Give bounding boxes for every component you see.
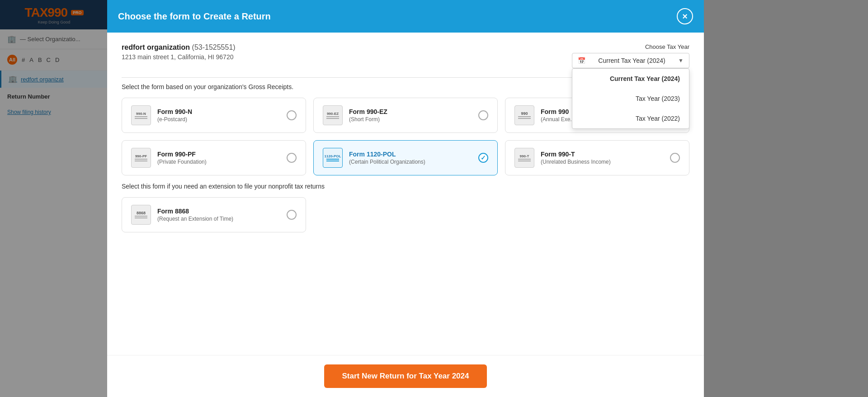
tax-year-section: Choose Tax Year 📅 Current Tax Year (2024… <box>572 43 689 68</box>
tax-year-dropdown-menu: Current Tax Year (2024) Tax Year (2023) … <box>572 68 689 129</box>
form-name-990t: Form 990-T <box>541 151 611 158</box>
form-info-990: Form 990 (Annual Exe... <box>541 108 575 123</box>
form-name-8868: Form 8868 <box>157 208 233 215</box>
form-icon-990n: 990-N <box>131 105 151 125</box>
calendar-icon: 📅 <box>578 57 585 64</box>
start-return-button[interactable]: Start New Return for Tax Year 2024 <box>324 364 487 388</box>
tax-year-option-2023[interactable]: Tax Year (2023) <box>572 89 689 109</box>
form-card-990n[interactable]: 990-N Form 990-N (e-Postcard) <box>122 98 306 133</box>
modal-body: redfort organization (53-1525551) 1213 m… <box>107 33 704 355</box>
form-info-990t: Form 990-T (Unrelated Business Income) <box>541 151 611 165</box>
form-radio-990ez[interactable] <box>478 110 488 120</box>
form-icon-8868: 8868 <box>131 205 151 225</box>
form-desc-1120pol: (Certain Political Organizations) <box>349 159 425 165</box>
form-icon-990: 990 <box>514 105 534 125</box>
form-name-990: Form 990 <box>541 108 575 115</box>
tax-year-dropdown[interactable]: 📅 Current Tax Year (2024) ▼ <box>572 53 689 68</box>
form-name-990n: Form 990-N <box>157 108 192 115</box>
form-card-left-990t: 990-T Form 990-T (Unrelated Business Inc… <box>514 148 611 168</box>
form-card-990pf[interactable]: 990-PF Form 990-PF (Private Foundation) <box>122 140 306 175</box>
form-info-990ez: Form 990-EZ (Short Form) <box>349 108 387 123</box>
form-radio-990t[interactable] <box>670 153 680 163</box>
form-desc-990pf: (Private Foundation) <box>157 159 207 165</box>
modal-close-button[interactable]: × <box>677 8 693 24</box>
form-card-left-8868: 8868 Form 8868 (Request an Extension of … <box>131 205 233 225</box>
form-icon-1120pol: 1120-POL <box>323 148 343 168</box>
form-name-1120pol: Form 1120-POL <box>349 151 425 158</box>
form-card-1120pol[interactable]: 1120-POL Form 1120-POL (Certain Politica… <box>313 140 498 175</box>
form-card-990ez[interactable]: 990-EZ Form 990-EZ (Short Form) <box>313 98 498 133</box>
modal-title: Choose the form to Create a Return <box>118 11 271 22</box>
org-address: 1213 main street 1, California, HI 96720 <box>122 53 236 61</box>
form-radio-990pf[interactable] <box>287 153 297 163</box>
form-desc-990t: (Unrelated Business Income) <box>541 159 611 165</box>
extension-section: Select this form if you need an extensio… <box>122 183 689 232</box>
form-card-left-990pf: 990-PF Form 990-PF (Private Foundation) <box>131 148 207 168</box>
form-radio-1120pol[interactable] <box>478 153 488 163</box>
form-icon-990pf: 990-PF <box>131 148 151 168</box>
form-desc-8868: (Request an Extension of Time) <box>157 216 233 222</box>
form-card-left-990ez: 990-EZ Form 990-EZ (Short Form) <box>323 105 387 125</box>
form-info-990n: Form 990-N (e-Postcard) <box>157 108 192 123</box>
form-radio-8868[interactable] <box>287 210 297 220</box>
form-icon-990t: 990-T <box>514 148 534 168</box>
form-desc-990: (Annual Exe... <box>541 116 575 123</box>
form-radio-990n[interactable] <box>287 110 297 120</box>
chevron-down-icon: ▼ <box>678 57 684 64</box>
create-return-modal: Choose the form to Create a Return × red… <box>107 0 704 397</box>
tax-year-value: Current Tax Year (2024) <box>598 57 665 64</box>
form-desc-990n: (e-Postcard) <box>157 116 192 123</box>
form-card-left-1120pol: 1120-POL Form 1120-POL (Certain Politica… <box>323 148 425 168</box>
org-name: redfort organization (53-1525551) <box>122 43 236 52</box>
tax-year-option-2024[interactable]: Current Tax Year (2024) <box>572 69 689 89</box>
org-info: redfort organization (53-1525551) 1213 m… <box>122 43 236 61</box>
modal-footer: Start New Return for Tax Year 2024 <box>107 355 704 397</box>
form-card-990t[interactable]: 990-T Form 990-T (Unrelated Business Inc… <box>505 140 689 175</box>
tax-year-option-2022[interactable]: Tax Year (2022) <box>572 109 689 128</box>
org-ein: (53-1525551) <box>192 43 236 51</box>
extension-label: Select this form if you need an extensio… <box>122 183 689 190</box>
form-info-990pf: Form 990-PF (Private Foundation) <box>157 151 207 165</box>
tax-year-label: Choose Tax Year <box>572 43 689 50</box>
extension-grid: 8868 Form 8868 (Request an Extension of … <box>122 197 689 232</box>
form-card-8868[interactable]: 8868 Form 8868 (Request an Extension of … <box>122 197 306 232</box>
form-card-left-990: 990 Form 990 (Annual Exe... <box>514 105 575 125</box>
form-name-990pf: Form 990-PF <box>157 151 207 158</box>
form-desc-990ez: (Short Form) <box>349 116 387 123</box>
form-name-990ez: Form 990-EZ <box>349 108 387 115</box>
modal-header: Choose the form to Create a Return × <box>107 0 704 33</box>
form-info-1120pol: Form 1120-POL (Certain Political Organiz… <box>349 151 425 165</box>
form-info-8868: Form 8868 (Request an Extension of Time) <box>157 208 233 222</box>
form-card-left-990n: 990-N Form 990-N (e-Postcard) <box>131 105 192 125</box>
modal-org-row: redfort organization (53-1525551) 1213 m… <box>122 43 689 68</box>
form-icon-990ez: 990-EZ <box>323 105 343 125</box>
